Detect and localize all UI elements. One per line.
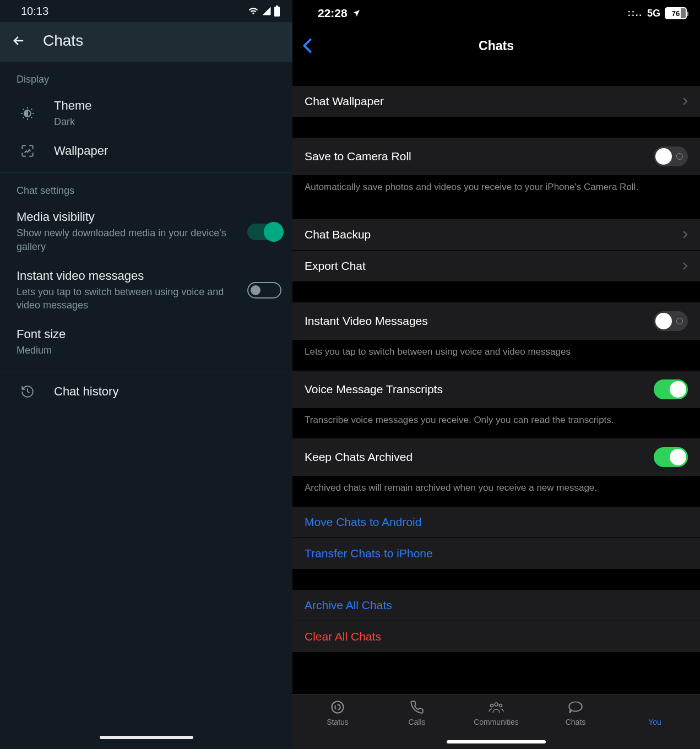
tab-you-label: You	[648, 718, 661, 726]
ios-navbar: Chats	[292, 26, 700, 65]
tab-calls-label: Calls	[408, 718, 425, 726]
archive-all-row[interactable]: Archive All Chats	[292, 590, 700, 621]
keep-archived-label: Keep Chats Archived	[305, 451, 413, 464]
back-icon[interactable]	[302, 38, 312, 53]
save-camera-roll-footer: Automatically save photos and videos you…	[292, 175, 700, 204]
move-to-android-row[interactable]: Move Chats to Android	[292, 507, 700, 538]
theme-icon	[17, 106, 39, 121]
instant-video-toggle[interactable]	[654, 311, 688, 331]
android-screen: 10:13 Chats Display Theme Dark	[0, 0, 292, 749]
page-title: Chats	[43, 32, 83, 50]
tab-status[interactable]: Status	[298, 699, 377, 749]
instant-video-row[interactable]: Instant Video Messages	[292, 302, 700, 340]
instant-video-title: Instant video messages	[17, 269, 232, 283]
instant-video-row[interactable]: Instant video messages Lets you tap to s…	[0, 261, 292, 320]
history-icon	[17, 384, 39, 399]
transfer-to-iphone-row[interactable]: Transfer Chats to iPhone	[292, 538, 700, 569]
transfer-to-iphone-label: Transfer Chats to iPhone	[305, 547, 433, 560]
chevron-right-icon	[682, 97, 688, 106]
signal-icon: ::..	[627, 8, 643, 18]
keep-archived-toggle[interactable]	[654, 447, 688, 467]
battery-indicator: 76	[665, 7, 687, 19]
instant-video-sub: Lets you tap to switch between using voi…	[17, 285, 232, 312]
phone-icon	[410, 699, 424, 715]
svg-point-6	[491, 704, 493, 707]
keep-archived-footer: Archived chats will remain archived when…	[292, 476, 700, 504]
instant-video-toggle[interactable]	[247, 282, 281, 298]
svg-point-5	[495, 703, 498, 706]
svg-rect-1	[276, 6, 278, 7]
communities-icon	[488, 699, 504, 715]
chat-backup-label: Chat Backup	[305, 228, 371, 241]
signal-icon	[262, 6, 272, 16]
wallpaper-title: Wallpaper	[54, 144, 281, 158]
save-camera-roll-row[interactable]: Save to Camera Roll	[292, 138, 700, 175]
section-header-display: Display	[0, 62, 292, 91]
tab-calls[interactable]: Calls	[377, 699, 457, 749]
clear-all-label: Clear All Chats	[305, 630, 381, 643]
move-to-android-label: Move Chats to Android	[305, 515, 421, 529]
voice-transcripts-footer: Transcribe voice messages you receive. O…	[292, 408, 700, 437]
theme-value: Dark	[54, 115, 281, 128]
tab-chats-label: Chats	[566, 718, 586, 726]
keep-archived-row[interactable]: Keep Chats Archived	[292, 438, 700, 476]
theme-row[interactable]: Theme Dark	[0, 91, 292, 136]
voice-transcripts-row[interactable]: Voice Message Transcripts	[292, 371, 700, 408]
ios-screen: 22:28 ::.. 5G 76 Chats Chat Wallpaper	[292, 0, 700, 749]
network-label: 5G	[647, 8, 660, 19]
chevron-right-icon	[682, 262, 688, 270]
instant-video-footer: Lets you tap to switch between using voi…	[292, 340, 700, 368]
svg-point-3	[332, 702, 344, 713]
wallpaper-row[interactable]: Wallpaper	[0, 136, 292, 166]
save-camera-roll-label: Save to Camera Roll	[305, 150, 411, 163]
chat-wallpaper-row[interactable]: Chat Wallpaper	[292, 86, 700, 117]
chevron-right-icon	[682, 230, 688, 239]
chat-backup-row[interactable]: Chat Backup	[292, 219, 700, 251]
archive-all-label: Archive All Chats	[305, 599, 392, 612]
chat-history-title: Chat history	[54, 384, 281, 399]
chat-history-row[interactable]: Chat history	[0, 372, 292, 406]
export-chat-label: Export Chat	[305, 259, 366, 273]
media-visibility-row[interactable]: Media visibility Show newly downloaded m…	[0, 202, 292, 261]
svg-rect-0	[274, 7, 280, 17]
section-header-chat-settings: Chat settings	[0, 173, 292, 202]
voice-transcripts-toggle[interactable]	[654, 379, 688, 399]
media-visibility-title: Media visibility	[17, 210, 232, 224]
status-time: 22:28	[318, 7, 348, 20]
svg-point-8	[569, 702, 582, 711]
svg-point-4	[335, 704, 340, 709]
font-size-title: Font size	[17, 327, 281, 341]
battery-level: 76	[672, 9, 680, 18]
status-time: 10:13	[21, 5, 48, 18]
save-camera-roll-toggle[interactable]	[654, 146, 688, 166]
media-visibility-sub: Show newly downloaded media in your devi…	[17, 226, 232, 253]
status-icon	[330, 699, 345, 715]
page-title: Chats	[479, 39, 514, 53]
wallpaper-icon	[17, 144, 39, 158]
export-chat-row[interactable]: Export Chat	[292, 251, 700, 281]
tab-communities-label: Communities	[474, 718, 519, 726]
voice-transcripts-label: Voice Message Transcripts	[305, 383, 443, 396]
tab-status-label: Status	[327, 718, 349, 726]
media-visibility-toggle[interactable]	[247, 224, 281, 240]
wifi-icon	[247, 6, 259, 16]
instant-video-label: Instant Video Messages	[305, 314, 428, 328]
tab-you[interactable]: You	[615, 699, 694, 749]
chats-icon	[567, 699, 584, 715]
home-handle	[447, 740, 546, 743]
chat-wallpaper-label: Chat Wallpaper	[305, 95, 384, 108]
back-icon[interactable]	[11, 33, 26, 48]
svg-point-7	[500, 704, 502, 707]
theme-title: Theme	[54, 99, 281, 113]
font-size-row[interactable]: Font size Medium	[0, 319, 292, 365]
font-size-value: Medium	[17, 344, 281, 357]
clear-all-row[interactable]: Clear All Chats	[292, 621, 700, 652]
android-appbar: Chats	[0, 22, 292, 62]
tab-chats[interactable]: Chats	[536, 699, 615, 749]
battery-icon	[274, 6, 280, 17]
nav-handle	[100, 736, 193, 739]
location-icon	[352, 9, 361, 18]
android-statusbar: 10:13	[0, 0, 292, 22]
ios-statusbar: 22:28 ::.. 5G 76	[292, 0, 700, 26]
